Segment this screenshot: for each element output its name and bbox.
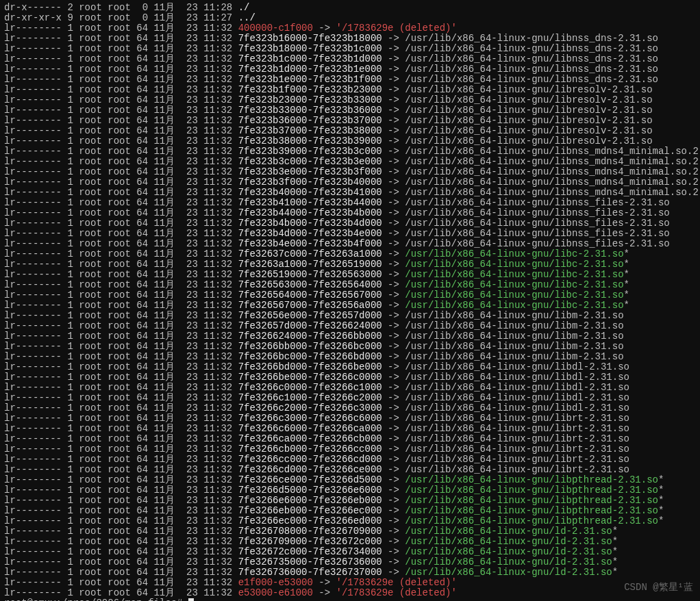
arrow: -> — [382, 341, 405, 352]
map-range: 400000-c1f000 — [238, 23, 313, 34]
map-target: /usr/lib/x86_64-linux-gnu/ld-2.31.so — [405, 536, 612, 547]
arrow: -> — [382, 238, 405, 249]
map-range: 7fe326708000-7fe326709000 — [238, 526, 382, 537]
map-target: /usr/lib/x86_64-linux-gnu/libpthread-2.3… — [405, 505, 658, 516]
ls-row: lr-------- 1 root root 64 11月 23 11:32 7… — [4, 383, 696, 393]
map-target: /usr/lib/x86_64-linux-gnu/libm-2.31.so — [405, 320, 623, 331]
ls-row: lr-------- 1 root root 64 11月 23 11:32 7… — [4, 34, 696, 44]
arrow: -> — [382, 361, 405, 372]
star-marker: * — [624, 290, 629, 300]
map-range: 7fe323b41000-7fe323b44000 — [238, 197, 382, 208]
star-marker: * — [624, 300, 629, 311]
ls-row: lr-------- 1 root root 64 11月 23 11:32 7… — [4, 475, 696, 485]
map-target: /usr/lib/x86_64-linux-gnu/libresolv-2.31… — [405, 115, 652, 126]
ls-row: lr-------- 1 root root 64 11月 23 11:32 7… — [4, 372, 696, 383]
star-marker: * — [612, 567, 618, 578]
ls-row: lr-------- 1 root root 64 11月 23 11:32 7… — [4, 218, 696, 229]
map-range: 7fe3266ce000-7fe3266d5000 — [238, 474, 382, 485]
map-range: 7fe323b4e000-7fe323b4f000 — [238, 238, 382, 249]
arrow: -> — [382, 269, 405, 280]
arrow: -> — [382, 207, 405, 218]
ls-row: lr-------- 1 root root 64 11月 23 11:32 7… — [4, 239, 696, 249]
map-range: 7fe3266ca000-7fe3266cb000 — [238, 433, 382, 444]
ls-row: lr-------- 1 root root 64 11月 23 11:32 7… — [4, 229, 696, 239]
map-target: /usr/lib/x86_64-linux-gnu/libc-2.31.so — [405, 290, 623, 300]
ls-row: lr-------- 1 root root 64 11月 23 11:32 7… — [4, 496, 696, 506]
map-target: /usr/lib/x86_64-linux-gnu/libc-2.31.so — [405, 300, 623, 311]
map-target: '/1783629e (deleted)' — [336, 577, 456, 588]
arrow: -> — [382, 300, 405, 311]
arrow: -> — [382, 125, 405, 136]
ls-row: lr-------- 1 root root 64 11月 23 11:32 7… — [4, 188, 696, 198]
map-target: /usr/lib/x86_64-linux-gnu/ld-2.31.so — [405, 567, 612, 578]
map-target: /usr/lib/x86_64-linux-gnu/libnss_mdns4_m… — [405, 187, 698, 198]
map-range: 7fe32672c000-7fe326734000 — [238, 546, 382, 557]
map-target: /usr/lib/x86_64-linux-gnu/libnss_dns-2.3… — [405, 64, 658, 75]
map-target: /usr/lib/x86_64-linux-gnu/librt-2.31.so — [405, 444, 629, 455]
map-target: /usr/lib/x86_64-linux-gnu/libnss_mdns4_m… — [405, 156, 698, 167]
map-range: 7fe323b16000-7fe323b18000 — [238, 33, 382, 44]
ls-row: lr-------- 1 root root 64 11月 23 11:32 7… — [4, 424, 696, 434]
terminal-output[interactable]: dr-x------ 2 root root 0 11月 23 11:28 ./… — [0, 0, 700, 601]
map-range: 7fe326567000-7fe32656a000 — [238, 300, 382, 311]
ls-row: lr-------- 1 root root 64 11月 23 11:32 7… — [4, 208, 696, 218]
map-target: /usr/lib/x86_64-linux-gnu/libresolv-2.31… — [405, 125, 652, 136]
map-target: /usr/lib/x86_64-linux-gnu/librt-2.31.so — [405, 464, 629, 475]
arrow: -> — [382, 136, 405, 146]
arrow: -> — [382, 485, 405, 496]
arrow: -> — [382, 84, 405, 95]
arrow: -> — [382, 402, 405, 413]
arrow: -> — [382, 115, 405, 126]
map-target: /usr/lib/x86_64-linux-gnu/librt-2.31.so — [405, 433, 629, 444]
cursor — [188, 598, 194, 601]
ls-row: lr-------- 1 root root 64 11月 23 11:32 7… — [4, 444, 696, 455]
map-range: 7fe323b3f000-7fe323b40000 — [238, 177, 382, 188]
map-range: 7fe3266eb000-7fe3266ec000 — [238, 505, 382, 516]
ls-row: lr-------- 1 root root 64 11月 23 11:32 7… — [4, 249, 696, 259]
arrow: -> — [382, 248, 405, 259]
map-target: /usr/lib/x86_64-linux-gnu/libc-2.31.so — [405, 259, 623, 270]
map-target: /usr/lib/x86_64-linux-gnu/libnss_files-2… — [405, 238, 669, 249]
map-range: 7fe3266c1000-7fe3266c2000 — [238, 392, 382, 403]
map-range: 7fe323b44000-7fe323b4b000 — [238, 207, 382, 218]
arrow: -> — [382, 444, 405, 455]
arrow: -> — [382, 197, 405, 208]
star-marker: * — [612, 536, 618, 547]
star-marker: * — [658, 485, 664, 496]
map-range: 7fe3266e6000-7fe3266eb000 — [238, 495, 382, 506]
map-range: 7fe326736000-7fe326737000 — [238, 567, 382, 578]
arrow: -> — [382, 53, 405, 64]
map-target: /usr/lib/x86_64-linux-gnu/libdl-2.31.so — [405, 372, 629, 383]
map-target: /usr/lib/x86_64-linux-gnu/libnss_dns-2.3… — [405, 43, 658, 54]
arrow: -> — [382, 454, 405, 465]
map-range: 7fe323b39000-7fe323b3c000 — [238, 146, 382, 157]
map-target: /usr/lib/x86_64-linux-gnu/libnss_mdns4_m… — [405, 166, 698, 177]
ls-row: lr-------- 1 root root 64 11月 23 11:32 7… — [4, 198, 696, 208]
arrow: -> — [382, 392, 405, 403]
arrow: -> — [382, 156, 405, 167]
map-target: /usr/lib/x86_64-linux-gnu/libresolv-2.31… — [405, 94, 652, 105]
map-range: 7fe323b3e000-7fe323b3f000 — [238, 166, 382, 177]
ls-row: lr-------- 1 root root 64 11月 23 11:32 7… — [4, 146, 696, 157]
ls-row: lr-------- 1 root root 64 11月 23 11:32 7… — [4, 270, 696, 280]
shell-prompt[interactable]: root@smxy:/proc/2026/map_files# — [4, 598, 696, 601]
map-target: /usr/lib/x86_64-linux-gnu/libpthread-2.3… — [405, 485, 658, 496]
map-target: /usr/lib/x86_64-linux-gnu/libc-2.31.so — [405, 248, 623, 259]
map-range: 7fe323b1f000-7fe323b23000 — [238, 84, 382, 95]
arrow: -> — [382, 228, 405, 239]
map-target: /usr/lib/x86_64-linux-gnu/librt-2.31.so — [405, 454, 629, 465]
map-range: 7fe326709000-7fe32672c000 — [238, 536, 382, 547]
map-range: 7fe3266c6000-7fe3266ca000 — [238, 423, 382, 434]
ls-row: lr-------- 1 root root 64 11月 23 11:32 7… — [4, 526, 696, 537]
map-target: /usr/lib/x86_64-linux-gnu/libresolv-2.31… — [405, 136, 652, 146]
map-target: /usr/lib/x86_64-linux-gnu/libnss_files-2… — [405, 218, 669, 229]
map-range: 7fe3266c3000-7fe3266c6000 — [238, 413, 382, 424]
map-range: 7fe3266cd000-7fe3266ce000 — [238, 464, 382, 475]
ls-row: lr-------- 1 root root 64 11月 23 11:32 7… — [4, 434, 696, 444]
map-target: '/1783629e (deleted)' — [336, 587, 456, 598]
arrow: -> — [313, 587, 336, 598]
star-marker: * — [612, 557, 618, 567]
file-name: ./ — [238, 2, 250, 13]
ls-row: lr-------- 1 root root 64 11月 23 11:32 7… — [4, 557, 696, 567]
map-target: /usr/lib/x86_64-linux-gnu/libc-2.31.so — [405, 269, 623, 280]
